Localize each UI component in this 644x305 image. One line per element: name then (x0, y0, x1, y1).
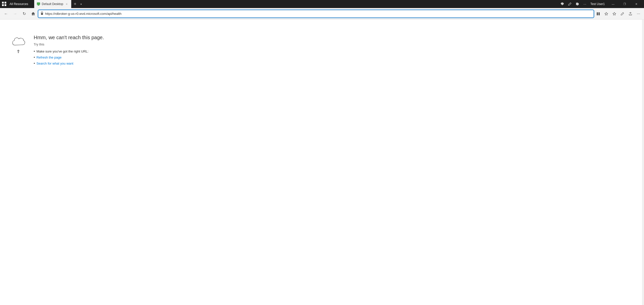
reading-view-btn[interactable] (595, 10, 602, 17)
svg-point-7 (18, 52, 19, 53)
svg-rect-2 (37, 5, 39, 6)
cloud-icon-wrap (10, 35, 28, 53)
address-input[interactable] (45, 12, 591, 16)
titlebar-right: ··· Test User1 — ❐ ✕ (559, 0, 642, 8)
tab-favicon (37, 2, 40, 6)
restore-button[interactable]: ❐ (619, 0, 630, 8)
tab-label: Default Desktop (42, 2, 63, 6)
pencil-icon-btn[interactable] (566, 1, 573, 8)
search-link[interactable]: Search for what you want (36, 62, 73, 65)
address-bar[interactable] (38, 10, 594, 18)
list-item-url: Make sure you've got the right URL: (34, 49, 634, 53)
cloud-rain-drops (16, 48, 21, 53)
refresh-page-link[interactable]: Refresh the page (36, 56, 62, 59)
svg-rect-5 (598, 12, 600, 15)
tab-dropdown-button[interactable]: ▾ (78, 2, 83, 7)
minimize-button[interactable]: — (607, 0, 619, 8)
more-icon-btn[interactable]: ··· (581, 1, 588, 8)
app-name-label: All Resources (10, 2, 28, 6)
refresh-button[interactable]: ↻ (20, 10, 28, 18)
page-content: Hmm, we can't reach this page. Try this … (0, 20, 644, 305)
favorites-bar-btn[interactable] (611, 10, 618, 17)
share-button[interactable] (627, 10, 634, 17)
titlebar: All Resources Default Desktop ✕ + ▾ (0, 0, 644, 8)
new-tab-button[interactable]: + (71, 1, 78, 8)
settings-icon-btn[interactable] (574, 1, 581, 8)
navbar: ← → ↻ (0, 8, 644, 20)
titlebar-left: All Resources Default Desktop ✕ + ▾ (2, 0, 559, 8)
try-this-label: Try this (34, 42, 634, 46)
settings-more-btn[interactable]: ··· (635, 10, 642, 17)
svg-rect-0 (37, 3, 40, 5)
error-text-block: Hmm, we can't reach this page. Try this … (34, 35, 634, 67)
favorites-button[interactable] (603, 10, 610, 17)
tab-default-desktop[interactable]: Default Desktop ✕ (34, 0, 71, 8)
list-item-refresh: Refresh the page (34, 55, 634, 59)
ink-button[interactable] (619, 10, 626, 17)
cloud-icon (10, 36, 28, 48)
navbar-right: ··· (595, 10, 642, 17)
window-controls: — ❐ ✕ (607, 0, 642, 8)
list-item-search: Search for what you want (34, 61, 634, 65)
home-button[interactable] (29, 10, 37, 18)
forward-button[interactable]: → (11, 10, 19, 18)
lock-icon (40, 12, 44, 16)
error-title: Hmm, we can't reach this page. (34, 35, 634, 40)
extensions-icon-btn[interactable] (559, 1, 566, 8)
tab-group: Default Desktop ✕ + ▾ (34, 0, 83, 8)
list-item-url-text: Make sure you've got the right URL: (36, 49, 89, 53)
back-button[interactable]: ← (2, 10, 10, 18)
svg-rect-3 (41, 13, 43, 15)
error-list: Make sure you've got the right URL: Refr… (34, 49, 634, 65)
error-container: Hmm, we can't reach this page. Try this … (10, 35, 634, 67)
close-button[interactable]: ✕ (630, 0, 642, 8)
tab-close-button[interactable]: ✕ (65, 2, 69, 6)
user-label: Test User1 (590, 2, 605, 6)
svg-rect-4 (597, 12, 598, 15)
svg-rect-1 (38, 5, 39, 5)
scrollbar[interactable] (642, 20, 644, 305)
svg-point-6 (18, 50, 19, 52)
windows-grid-icon[interactable] (2, 2, 7, 6)
